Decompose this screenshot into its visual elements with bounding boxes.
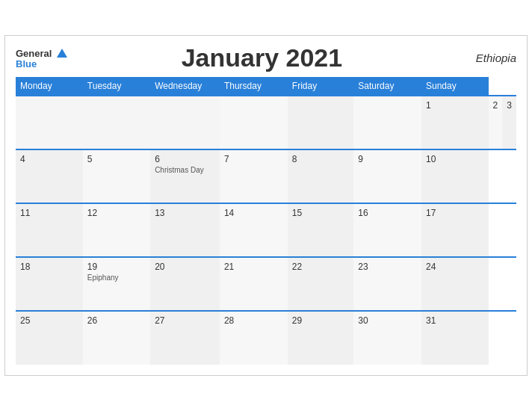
calendar-cell-empty: [150, 96, 220, 149]
country-label: Ethiopia: [457, 52, 516, 64]
day-number: 21: [224, 262, 283, 272]
weekday-header-thursday: Thursday: [220, 77, 288, 96]
day-number: 13: [155, 208, 215, 218]
calendar-cell: 20: [150, 257, 220, 311]
calendar-cell: 18: [16, 257, 83, 311]
day-number: 18: [20, 262, 78, 272]
day-number: 15: [292, 208, 350, 218]
calendar-title: January 2021: [67, 43, 457, 72]
calendar-cell: 15: [288, 203, 354, 257]
calendar-cell: 9: [353, 149, 421, 203]
weekday-header-friday: Friday: [288, 77, 354, 96]
calendar-cell: 10: [421, 149, 489, 203]
calendar-cell: 23: [353, 257, 421, 311]
day-number: 16: [358, 208, 417, 218]
calendar-cell: 19Epiphany: [83, 257, 150, 311]
day-number: 12: [87, 208, 146, 218]
calendar-cell: 27: [150, 311, 220, 365]
day-number: 29: [292, 315, 350, 326]
calendar-cell: 8: [288, 149, 354, 203]
day-number: 14: [224, 208, 283, 218]
weekday-header-tuesday: Tuesday: [83, 77, 150, 96]
calendar-cell: [288, 96, 354, 149]
day-number: 19: [87, 262, 146, 272]
day-number: 17: [426, 208, 484, 218]
calendar-cell: 31: [421, 311, 489, 365]
calendar-week-0: 123: [16, 96, 516, 149]
calendar-cell: 2: [489, 96, 503, 149]
weekday-header-wednesday: Wednesday: [150, 77, 220, 96]
calendar-cell: 12: [83, 203, 150, 257]
calendar-cell: 28: [220, 311, 288, 365]
calendar-cell: 14: [220, 203, 288, 257]
day-number: 6: [155, 154, 215, 164]
day-number: 23: [358, 262, 417, 272]
logo-general-text: General: [16, 47, 67, 59]
weekday-header-sunday: Sunday: [421, 77, 489, 96]
calendar-cell: 22: [288, 257, 354, 311]
day-number: 30: [358, 315, 417, 326]
calendar-cell: 6Christmas Day: [150, 149, 220, 203]
weekday-header-saturday: Saturday: [353, 77, 421, 96]
day-number: 26: [87, 315, 146, 326]
day-number: 25: [20, 315, 78, 326]
holiday-label: Christmas Day: [155, 166, 215, 174]
calendar-cell: 25: [16, 311, 83, 365]
calendar-cell: [353, 96, 421, 149]
calendar-header: General Blue January 2021 Ethiopia: [16, 43, 516, 72]
day-number: 22: [292, 262, 350, 272]
calendar-cell: 13: [150, 203, 220, 257]
weekday-header-monday: Monday: [16, 77, 83, 96]
logo-blue-text: Blue: [16, 59, 67, 69]
day-number: 7: [224, 154, 283, 164]
calendar-week-1: 456Christmas Day78910: [16, 149, 516, 203]
day-number: 2: [493, 100, 498, 111]
day-number: 9: [358, 154, 417, 164]
calendar-cell: 24: [421, 257, 489, 311]
calendar-cell: 7: [220, 149, 288, 203]
day-number: 5: [87, 154, 146, 164]
calendar-cell: [220, 96, 288, 149]
calendar-week-3: 1819Epiphany2021222324: [16, 257, 516, 311]
day-number: 20: [155, 262, 215, 272]
calendar-cell: 29: [288, 311, 354, 365]
day-number: 10: [426, 154, 484, 164]
calendar-cell: 11: [16, 203, 83, 257]
calendar-cell: 3: [502, 96, 516, 149]
calendar-header-row: MondayTuesdayWednesdayThursdayFridaySatu…: [16, 77, 516, 96]
calendar-cell: 21: [220, 257, 288, 311]
day-number: 8: [292, 154, 350, 164]
day-number: 31: [426, 315, 484, 326]
calendar-cell: 1: [421, 96, 489, 149]
calendar-cell-empty: [83, 96, 150, 149]
calendar-week-2: 11121314151617: [16, 203, 516, 257]
calendar-grid: MondayTuesdayWednesdayThursdayFridaySatu…: [16, 77, 516, 365]
calendar-cell: 4: [16, 149, 83, 203]
calendar-week-4: 25262728293031: [16, 311, 516, 365]
calendar-cell-empty: [16, 96, 83, 149]
calendar-cell: 16: [353, 203, 421, 257]
day-number: 24: [426, 262, 484, 272]
calendar-container: General Blue January 2021 Ethiopia Monda…: [4, 35, 528, 376]
day-number: 4: [20, 154, 78, 164]
logo-triangle-icon: [57, 49, 67, 58]
calendar-cell: 17: [421, 203, 489, 257]
day-number: 1: [426, 100, 484, 111]
calendar-body: 123456Christmas Day789101112131415161718…: [16, 96, 516, 365]
day-number: 27: [155, 315, 215, 326]
day-number: 3: [507, 100, 512, 111]
day-number: 28: [224, 315, 283, 326]
day-number: 11: [20, 208, 78, 218]
calendar-cell: 26: [83, 311, 150, 365]
calendar-cell: 5: [83, 149, 150, 203]
logo: General Blue: [16, 47, 67, 69]
holiday-label: Epiphany: [87, 274, 146, 282]
calendar-cell: 30: [353, 311, 421, 365]
